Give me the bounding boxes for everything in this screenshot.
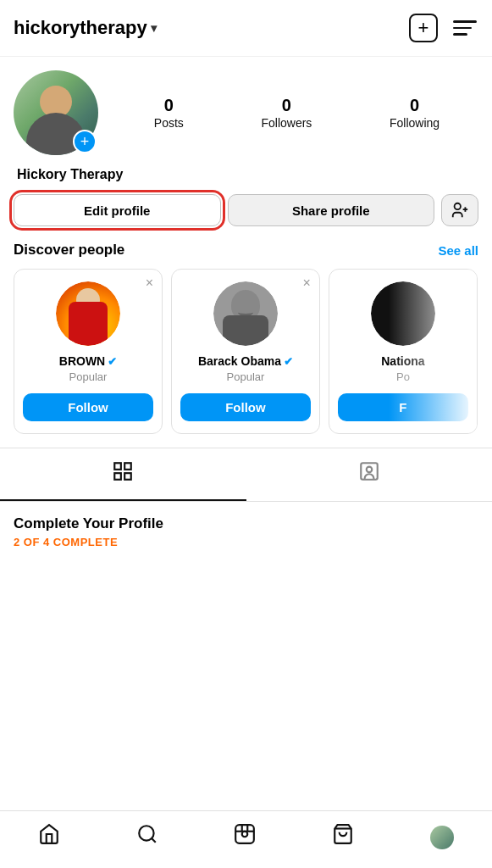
- stats-row: 0 Posts 0 Followers 0 Following: [115, 96, 478, 131]
- nav-home-button[interactable]: [21, 820, 77, 854]
- nav-shop-button[interactable]: [315, 820, 371, 854]
- svg-point-0: [455, 203, 461, 209]
- profile-section: + 0 Posts 0 Followers 0 Following: [0, 57, 492, 226]
- complete-profile-section: Complete Your Profile 2 OF 4 COMPLETE: [0, 502, 492, 562]
- obama-subtitle: Popular: [227, 370, 265, 383]
- followers-count: 0: [261, 96, 312, 115]
- tab-grid[interactable]: [0, 448, 246, 501]
- complete-profile-subtitle: 2 OF 4 COMPLETE: [14, 536, 478, 548]
- bottom-nav: [0, 810, 492, 868]
- grid-icon: [112, 460, 134, 487]
- posts-stat[interactable]: 0 Posts: [154, 96, 184, 131]
- following-stat[interactable]: 0 Following: [390, 96, 439, 131]
- tabs-row: [0, 448, 492, 502]
- verified-icon-obama: ✔: [284, 355, 293, 368]
- discover-card-national: Nationa Po F: [329, 269, 478, 434]
- username-text: hickorytherapy: [14, 17, 147, 39]
- add-square-icon: +: [409, 14, 438, 42]
- discover-cards: × BROWN ✔ Popular Follow ×: [14, 269, 478, 434]
- follow-obama-button[interactable]: Follow: [180, 393, 311, 421]
- obama-name: Barack Obama ✔: [198, 354, 293, 368]
- profile-avatar-icon: [430, 826, 454, 849]
- svg-point-8: [367, 467, 373, 473]
- add-story-button[interactable]: +: [73, 130, 97, 153]
- verified-icon-brown: ✔: [108, 355, 117, 368]
- avatar-wrapper: +: [14, 70, 98, 155]
- edit-profile-button[interactable]: Edit profile: [14, 194, 221, 226]
- hamburger-icon: [453, 20, 477, 36]
- followers-stat[interactable]: 0 Followers: [261, 96, 312, 131]
- nav-reels-button[interactable]: [217, 820, 273, 854]
- discover-title: Discover people: [14, 242, 124, 259]
- home-icon: [38, 823, 60, 851]
- profile-row: + 0 Posts 0 Followers 0 Following: [14, 70, 478, 155]
- brown-subtitle: Popular: [69, 370, 108, 383]
- svg-point-9: [139, 826, 153, 840]
- nav-search-button[interactable]: [119, 820, 175, 854]
- complete-profile-title: Complete Your Profile: [14, 515, 478, 532]
- obama-avatar: [213, 281, 278, 346]
- svg-rect-5: [115, 473, 122, 480]
- add-person-icon: [451, 201, 469, 220]
- posts-count: 0: [154, 96, 184, 115]
- menu-button[interactable]: [451, 19, 478, 37]
- svg-rect-11: [236, 825, 255, 843]
- discover-card-brown: × BROWN ✔ Popular Follow: [14, 269, 163, 434]
- posts-label: Posts: [154, 116, 184, 130]
- add-post-button[interactable]: +: [407, 12, 439, 44]
- svg-line-10: [152, 838, 156, 843]
- svg-rect-6: [124, 473, 131, 480]
- discover-header: Discover people See all: [14, 242, 478, 259]
- brown-avatar: [56, 281, 120, 346]
- action-buttons: Edit profile Share profile: [14, 194, 478, 226]
- discover-section: Discover people See all × BROWN ✔ P: [0, 242, 492, 434]
- follow-brown-button[interactable]: Follow: [23, 393, 153, 421]
- brown-name: BROWN ✔: [59, 354, 117, 368]
- tagged-icon: [358, 460, 380, 487]
- see-all-button[interactable]: See all: [438, 243, 478, 258]
- header-icons: +: [407, 12, 478, 44]
- shop-icon: [332, 823, 354, 851]
- reels-icon: [234, 823, 256, 851]
- chevron-down-icon: ▾: [151, 21, 157, 35]
- header: hickorytherapy ▾ +: [0, 0, 492, 57]
- display-name: Hickory Therapy: [14, 167, 478, 182]
- nav-profile-button[interactable]: [413, 822, 471, 853]
- brown-avatar-image: [56, 281, 120, 346]
- obama-avatar-image: [213, 281, 278, 346]
- username-display[interactable]: hickorytherapy ▾: [14, 17, 157, 39]
- following-label: Following: [390, 116, 439, 130]
- search-icon: [136, 823, 158, 851]
- followers-label: Followers: [261, 116, 312, 130]
- svg-rect-4: [124, 463, 131, 470]
- discover-card-obama: × Barack Obama ✔ Popular Follow: [171, 269, 320, 434]
- close-card-brown-button[interactable]: ×: [146, 276, 153, 290]
- add-person-button[interactable]: [441, 194, 478, 226]
- svg-rect-3: [115, 463, 122, 470]
- tab-tagged[interactable]: [246, 448, 493, 501]
- share-profile-button[interactable]: Share profile: [228, 194, 435, 226]
- following-count: 0: [390, 96, 439, 115]
- close-card-obama-button[interactable]: ×: [303, 276, 311, 290]
